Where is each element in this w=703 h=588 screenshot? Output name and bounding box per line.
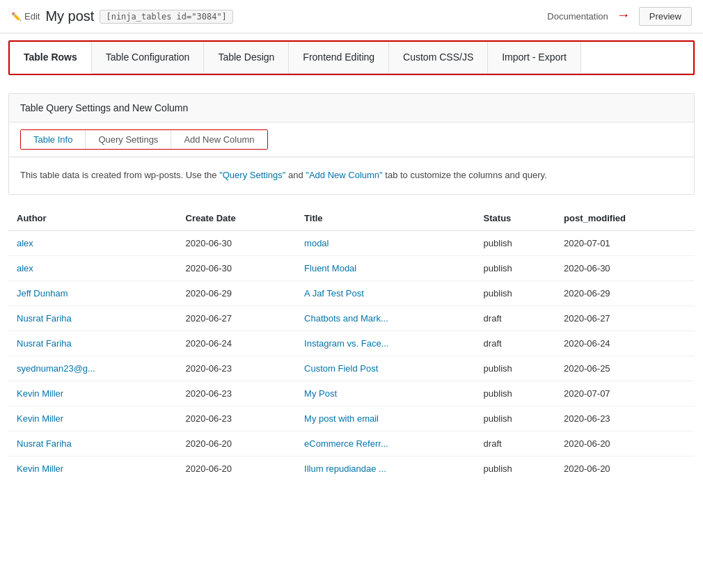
create-date-cell: 2020-06-23 <box>177 356 297 381</box>
title-link[interactable]: Fluent Modal <box>304 263 356 273</box>
author-link[interactable]: Jeff Dunham <box>17 288 68 299</box>
status-cell: publish <box>475 356 556 381</box>
status-cell: publish <box>475 255 556 280</box>
create-date-cell: 2020-06-29 <box>177 280 297 305</box>
post-modified-cell: 2020-07-01 <box>555 230 695 255</box>
author-link[interactable]: Nusrat Fariha <box>17 438 72 449</box>
col-header-author: Author <box>8 206 177 231</box>
title-link[interactable]: Custom Field Post <box>304 363 378 374</box>
col-header-create-date: Create Date <box>177 206 297 231</box>
documentation-link[interactable]: Documentation <box>547 11 608 22</box>
top-bar-left: ✏️ Edit My post [ninja_tables id="3084"] <box>11 8 233 24</box>
post-modified-cell: 2020-06-20 <box>555 456 695 481</box>
top-bar: ✏️ Edit My post [ninja_tables id="3084"]… <box>0 0 703 33</box>
preview-button[interactable]: Preview <box>639 7 692 26</box>
inner-tab-nav: Table Info Query Settings Add New Column <box>9 122 694 157</box>
tab-table-configuration[interactable]: Table Configuration <box>92 42 205 73</box>
status-cell: draft <box>475 305 556 331</box>
col-header-status: Status <box>475 206 556 231</box>
query-content: This table data is created from wp-posts… <box>9 157 694 194</box>
tab-table-rows[interactable]: Table Rows <box>10 42 92 74</box>
table-row: syednuman23@g...2020-06-23Custom Field P… <box>8 356 695 381</box>
title-link[interactable]: Chatbots and Mark... <box>304 313 388 324</box>
author-link[interactable]: Kevin Miller <box>17 413 63 424</box>
inner-tab-wrapper: Table Info Query Settings Add New Column <box>20 129 268 150</box>
inner-tab-query-settings[interactable]: Query Settings <box>86 130 171 149</box>
query-settings-link[interactable]: "Query Settings" <box>219 170 285 180</box>
author-link[interactable]: Nusrat Fariha <box>17 313 72 324</box>
shortcode-badge: [ninja_tables id="3084"] <box>100 10 232 24</box>
table-row: Nusrat Fariha2020-06-24Instagram vs. Fac… <box>8 331 695 356</box>
create-date-cell: 2020-06-20 <box>177 456 297 481</box>
tab-nav-wrapper: Table Rows Table Configuration Table Des… <box>8 40 695 75</box>
create-date-cell: 2020-06-24 <box>177 331 297 356</box>
post-modified-cell: 2020-06-24 <box>555 331 695 356</box>
top-bar-right: Documentation → Preview <box>547 7 692 26</box>
table-row: alex2020-06-30Fluent Modalpublish2020-06… <box>8 255 695 280</box>
table-row: Kevin Miller2020-06-23My post with email… <box>8 406 695 431</box>
post-modified-cell: 2020-06-30 <box>555 255 695 280</box>
title-link[interactable]: Instagram vs. Face... <box>304 338 388 349</box>
data-table: Author Create Date Title Status post_mod… <box>8 206 695 481</box>
tab-import-export[interactable]: Import - Export <box>488 42 581 73</box>
create-date-cell: 2020-06-23 <box>177 381 297 406</box>
edit-label: Edit <box>24 11 40 22</box>
table-header-row: Author Create Date Title Status post_mod… <box>8 206 695 231</box>
tab-nav: Table Rows Table Configuration Table Des… <box>10 42 693 74</box>
table-row: Jeff Dunham2020-06-29A Jaf Test Postpubl… <box>8 280 695 305</box>
tab-custom-css-js[interactable]: Custom CSS/JS <box>389 42 488 73</box>
arrow-icon: → <box>617 7 631 23</box>
title-link[interactable]: eCommerce Referr... <box>304 438 388 449</box>
author-link[interactable]: Nusrat Fariha <box>17 338 72 349</box>
create-date-cell: 2020-06-23 <box>177 406 297 431</box>
table-row: Nusrat Fariha2020-06-20eCommerce Referr.… <box>8 431 695 456</box>
inner-tab-add-new-column[interactable]: Add New Column <box>171 130 267 149</box>
col-header-title: Title <box>296 206 475 231</box>
status-cell: publish <box>475 280 556 305</box>
title-link[interactable]: Illum repudiandae ... <box>304 463 386 474</box>
page-title: My post <box>45 8 94 24</box>
author-link[interactable]: syednuman23@g... <box>17 363 95 374</box>
status-cell: draft <box>475 431 556 456</box>
title-link[interactable]: A Jaf Test Post <box>304 288 364 299</box>
post-modified-cell: 2020-06-25 <box>555 356 695 381</box>
title-link[interactable]: modal <box>304 238 329 248</box>
post-modified-cell: 2020-07-07 <box>555 381 695 406</box>
content-area: Table Query Settings and New Column Tabl… <box>0 82 703 492</box>
table-row: Kevin Miller2020-06-20Illum repudiandae … <box>8 456 695 481</box>
inner-tab-table-info[interactable]: Table Info <box>21 130 86 149</box>
post-modified-cell: 2020-06-29 <box>555 280 695 305</box>
add-new-column-link[interactable]: "Add New Column" <box>306 170 382 180</box>
title-link[interactable]: My Post <box>304 388 337 399</box>
create-date-cell: 2020-06-30 <box>177 230 297 255</box>
table-row: Kevin Miller2020-06-23My Postpublish2020… <box>8 381 695 406</box>
edit-button[interactable]: ✏️ Edit <box>11 11 40 22</box>
post-modified-cell: 2020-06-27 <box>555 305 695 331</box>
tab-table-design[interactable]: Table Design <box>204 42 289 73</box>
table-row: alex2020-06-30modalpublish2020-07-01 <box>8 230 695 255</box>
status-cell: publish <box>475 456 556 481</box>
query-section-title: Table Query Settings and New Column <box>9 94 694 122</box>
query-section: Table Query Settings and New Column Tabl… <box>8 93 695 195</box>
create-date-cell: 2020-06-30 <box>177 255 297 280</box>
tab-frontend-editing[interactable]: Frontend Editing <box>289 42 389 73</box>
create-date-cell: 2020-06-20 <box>177 431 297 456</box>
status-cell: publish <box>475 381 556 406</box>
author-link[interactable]: Kevin Miller <box>17 463 63 474</box>
title-link[interactable]: My post with email <box>304 413 379 424</box>
author-link[interactable]: alex <box>17 238 33 248</box>
post-modified-cell: 2020-06-20 <box>555 431 695 456</box>
status-cell: publish <box>475 230 556 255</box>
author-link[interactable]: alex <box>17 263 33 273</box>
post-modified-cell: 2020-06-23 <box>555 406 695 431</box>
status-cell: draft <box>475 331 556 356</box>
status-cell: publish <box>475 406 556 431</box>
col-header-post-modified: post_modified <box>555 206 695 231</box>
author-link[interactable]: Kevin Miller <box>17 388 63 399</box>
create-date-cell: 2020-06-27 <box>177 305 297 331</box>
edit-icon: ✏️ <box>11 12 22 22</box>
query-info-text: This table data is created from wp-posts… <box>20 168 683 183</box>
table-row: Nusrat Fariha2020-06-27Chatbots and Mark… <box>8 305 695 331</box>
